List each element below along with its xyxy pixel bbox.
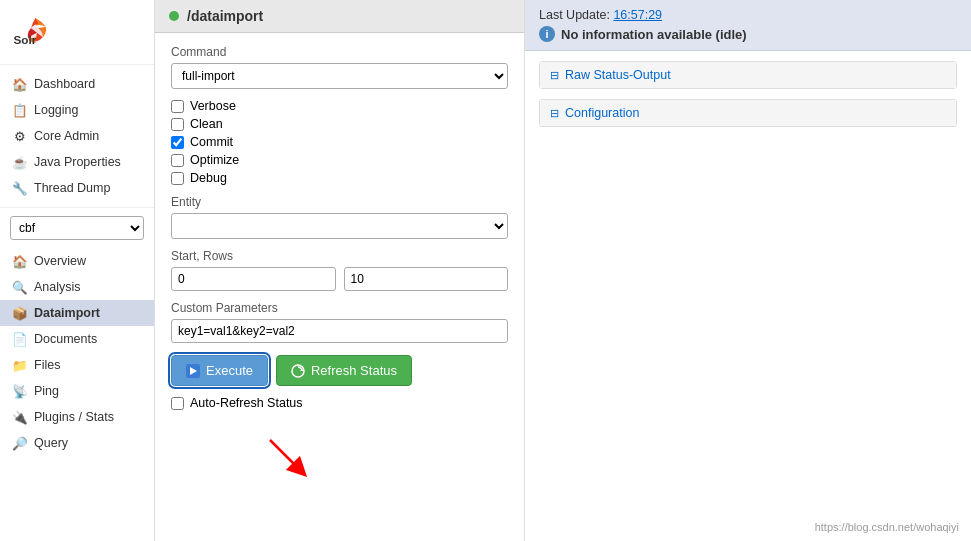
custom-params-label: Custom Parameters bbox=[171, 301, 508, 315]
panel-area: /dataimport Command full-import delta-im… bbox=[155, 0, 971, 541]
refresh-icon bbox=[291, 364, 305, 378]
sidebar: Solr 🏠 Dashboard 📋 Logging ⚙ Core Admin … bbox=[0, 0, 155, 541]
java-icon: ☕ bbox=[12, 154, 28, 170]
svg-text:Solr: Solr bbox=[13, 33, 36, 46]
sidebar-item-java-properties[interactable]: ☕ Java Properties bbox=[0, 149, 154, 175]
panel-title: /dataimport bbox=[187, 8, 263, 24]
raw-status-label: Raw Status-Output bbox=[565, 68, 671, 82]
status-info: i No information available (idle) bbox=[539, 26, 957, 42]
auto-refresh-checkbox[interactable] bbox=[171, 397, 184, 410]
last-update-label: Last Update: bbox=[539, 8, 610, 22]
rows-input[interactable] bbox=[344, 267, 509, 291]
sidebar-item-label: Java Properties bbox=[34, 155, 121, 169]
custom-params-input[interactable] bbox=[171, 319, 508, 343]
core-nav-dataimport[interactable]: 📦 Dataimport bbox=[0, 300, 154, 326]
core-nav-label: Documents bbox=[34, 332, 97, 346]
sidebar-item-dashboard[interactable]: 🏠 Dashboard bbox=[0, 71, 154, 97]
sidebar-item-label: Dashboard bbox=[34, 77, 95, 91]
core-selector[interactable]: cbf bbox=[10, 216, 144, 240]
start-rows-label: Start, Rows bbox=[171, 249, 508, 263]
info-message: No information available (idle) bbox=[561, 27, 747, 42]
checkbox-group: Verbose Clean Commit Optimize bbox=[171, 99, 508, 185]
ping-icon: 📡 bbox=[12, 383, 28, 399]
core-nav-documents[interactable]: 📄 Documents bbox=[0, 326, 154, 352]
status-dot bbox=[169, 11, 179, 21]
commit-checkbox-item: Commit bbox=[171, 135, 508, 149]
files-icon: 📁 bbox=[12, 357, 28, 373]
auto-refresh-row: Auto-Refresh Status bbox=[171, 396, 508, 410]
status-header: Last Update: 16:57:29 i No information a… bbox=[525, 0, 971, 51]
core-nav-label: Dataimport bbox=[34, 306, 100, 320]
debug-checkbox[interactable] bbox=[171, 172, 184, 185]
last-update-time[interactable]: 16:57:29 bbox=[613, 8, 662, 22]
verbose-checkbox-item: Verbose bbox=[171, 99, 508, 113]
core-nav-files[interactable]: 📁 Files bbox=[0, 352, 154, 378]
core-select[interactable]: cbf bbox=[10, 216, 144, 240]
raw-status-header[interactable]: ⊟ Raw Status-Output bbox=[540, 62, 956, 88]
auto-refresh-label: Auto-Refresh Status bbox=[190, 396, 303, 410]
start-rows-inputs bbox=[171, 267, 508, 291]
command-label: Command bbox=[171, 45, 508, 59]
refresh-status-button[interactable]: Refresh Status bbox=[276, 355, 412, 386]
core-nav-label: Files bbox=[34, 358, 60, 372]
core-nav-label: Plugins / Stats bbox=[34, 410, 114, 424]
core-nav-label: Overview bbox=[34, 254, 86, 268]
core-nav-label: Ping bbox=[34, 384, 59, 398]
main-content: /dataimport Command full-import delta-im… bbox=[155, 0, 971, 541]
verbose-checkbox[interactable] bbox=[171, 100, 184, 113]
optimize-checkbox-item: Optimize bbox=[171, 153, 508, 167]
configuration-section: ⊟ Configuration bbox=[539, 99, 957, 127]
dashboard-icon: 🏠 bbox=[12, 76, 28, 92]
configuration-label: Configuration bbox=[565, 106, 639, 120]
core-nav-label: Analysis bbox=[34, 280, 81, 294]
sidebar-item-label: Thread Dump bbox=[34, 181, 110, 195]
command-select[interactable]: full-import delta-import status reload-c… bbox=[171, 63, 508, 89]
optimize-checkbox[interactable] bbox=[171, 154, 184, 167]
commit-label: Commit bbox=[190, 135, 233, 149]
core-nav-ping[interactable]: 📡 Ping bbox=[0, 378, 154, 404]
documents-icon: 📄 bbox=[12, 331, 28, 347]
solr-logo: Solr bbox=[12, 10, 56, 54]
core-nav-analysis[interactable]: 🔍 Analysis bbox=[0, 274, 154, 300]
sidebar-item-label: Core Admin bbox=[34, 129, 99, 143]
core-nav-plugins[interactable]: 🔌 Plugins / Stats bbox=[0, 404, 154, 430]
sidebar-item-label: Logging bbox=[34, 103, 79, 117]
collapse-icon: ⊟ bbox=[550, 69, 559, 82]
sidebar-item-thread-dump[interactable]: 🔧 Thread Dump bbox=[0, 175, 154, 201]
core-nav-overview[interactable]: 🏠 Overview bbox=[0, 248, 154, 274]
sidebar-item-logging[interactable]: 📋 Logging bbox=[0, 97, 154, 123]
entity-label: Entity bbox=[171, 195, 508, 209]
status-panel: Last Update: 16:57:29 i No information a… bbox=[525, 0, 971, 541]
core-nav-query[interactable]: 🔎 Query bbox=[0, 430, 154, 456]
clean-label: Clean bbox=[190, 117, 223, 131]
global-nav: 🏠 Dashboard 📋 Logging ⚙ Core Admin ☕ Jav… bbox=[0, 65, 154, 208]
verbose-label: Verbose bbox=[190, 99, 236, 113]
overview-icon: 🏠 bbox=[12, 253, 28, 269]
start-input[interactable] bbox=[171, 267, 336, 291]
watermark: https://blog.csdn.net/wohaqiyi bbox=[815, 521, 959, 533]
clean-checkbox-item: Clean bbox=[171, 117, 508, 131]
sidebar-item-core-admin[interactable]: ⚙ Core Admin bbox=[0, 123, 154, 149]
info-icon: i bbox=[539, 26, 555, 42]
debug-label: Debug bbox=[190, 171, 227, 185]
button-row: Execute Refresh Status bbox=[171, 355, 508, 386]
plugins-icon: 🔌 bbox=[12, 409, 28, 425]
execute-button[interactable]: Execute bbox=[171, 355, 268, 386]
core-admin-icon: ⚙ bbox=[12, 128, 28, 144]
logo-area: Solr bbox=[0, 0, 154, 65]
commit-checkbox[interactable] bbox=[171, 136, 184, 149]
execute-icon bbox=[186, 364, 200, 378]
logging-icon: 📋 bbox=[12, 102, 28, 118]
collapse-icon: ⊟ bbox=[550, 107, 559, 120]
analysis-icon: 🔍 bbox=[12, 279, 28, 295]
core-nav-label: Query bbox=[34, 436, 68, 450]
configuration-header[interactable]: ⊟ Configuration bbox=[540, 100, 956, 126]
clean-checkbox[interactable] bbox=[171, 118, 184, 131]
entity-select[interactable] bbox=[171, 213, 508, 239]
form-body: Command full-import delta-import status … bbox=[155, 33, 524, 422]
thread-dump-icon: 🔧 bbox=[12, 180, 28, 196]
raw-status-section: ⊟ Raw Status-Output bbox=[539, 61, 957, 89]
optimize-label: Optimize bbox=[190, 153, 239, 167]
panel-header: /dataimport bbox=[155, 0, 524, 33]
debug-checkbox-item: Debug bbox=[171, 171, 508, 185]
